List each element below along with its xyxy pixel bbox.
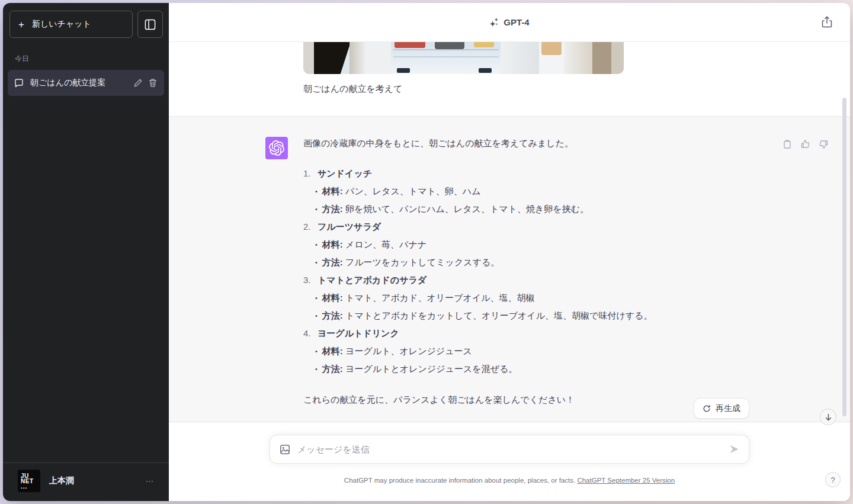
menu-item: 1. サンドイッチ • 材料: パン、レタス、トマト、卵、ハム • 方法: 卵を… — [303, 165, 767, 218]
photo-fragment — [611, 42, 624, 74]
model-selector[interactable]: GPT-4 — [489, 17, 529, 27]
delete-chat-icon[interactable] — [148, 78, 158, 88]
help-button[interactable]: ? — [825, 472, 841, 487]
sparkles-icon — [489, 17, 499, 27]
menu-item-bullets: • 材料: ヨーグルト、オレンジジュース • 方法: ヨーグルトとオレンジジュー… — [303, 342, 767, 378]
menu-item-bullets: • 材料: トマト、アボカド、オリーブオイル、塩、胡椒 • 方法: トマトとアボ… — [303, 289, 767, 325]
bullet-text-wrap: 材料: トマト、アボカド、オリーブオイル、塩、胡椒 — [322, 289, 535, 307]
chatgpt-avatar — [265, 137, 288, 159]
bullet-row: • 材料: パン、レタス、トマト、卵、ハム — [303, 182, 767, 200]
menu-item: 4. ヨーグルトドリンク • 材料: ヨーグルト、オレンジジュース • 方法: … — [303, 325, 767, 378]
bullet-row: • 材料: ヨーグルト、オレンジジュース — [303, 342, 767, 360]
attached-fridge-photo[interactable] — [303, 42, 624, 74]
user-menu-icon[interactable]: ⋯ — [146, 477, 161, 486]
bullet-label: 材料: — [322, 186, 345, 196]
photo-fragment — [393, 56, 499, 57]
photo-fragment — [501, 42, 539, 74]
bullet-row: • 材料: メロン、苺、バナナ — [303, 236, 767, 253]
bullet-label: 方法: — [322, 364, 345, 374]
menu-item-number: 3. — [303, 271, 313, 289]
composer-area: ChatGPT may produce inaccurate informati… — [169, 422, 850, 501]
bullet-text-wrap: 方法: 卵を焼いて、パンにハム、レタス、トマト、焼き卵を挟む。 — [322, 200, 589, 218]
menu-item: 2. フルーツサラダ • 材料: メロン、苺、バナナ • 方法: フルーツをカッ… — [303, 218, 767, 271]
bullet-dot-icon: • — [315, 360, 318, 378]
bullet-text: トマト、アボカド、オリーブオイル、塩、胡椒 — [345, 293, 535, 303]
vertical-scrollbar[interactable] — [842, 98, 846, 416]
share-icon[interactable] — [822, 16, 832, 28]
bullet-dot-icon: • — [315, 182, 318, 200]
bullet-text: パン、レタス、トマト、卵、ハム — [345, 186, 481, 196]
chat-item-title: 朝ごはんの献立提案 — [30, 78, 127, 88]
bullet-label: 方法: — [322, 257, 345, 267]
bullet-text: ヨーグルトとオレンジジュースを混ぜる。 — [345, 364, 517, 374]
bullet-dot-icon: • — [315, 342, 318, 360]
menu-list: 1. サンドイッチ • 材料: パン、レタス、トマト、卵、ハム • 方法: 卵を… — [303, 165, 767, 378]
photo-fragment — [393, 49, 499, 50]
send-icon[interactable] — [729, 444, 739, 454]
regenerate-button[interactable]: 再生成 — [694, 398, 749, 419]
sidebar-user-row[interactable]: JU NET ... 上本潤 ⋯ — [3, 463, 169, 501]
menu-item-title: トマトとアボカドのサラダ — [318, 271, 426, 289]
photo-fragment — [314, 42, 351, 74]
photo-fragment — [564, 42, 592, 74]
collapse-sidebar-button[interactable] — [137, 11, 163, 38]
message-actions — [783, 139, 829, 149]
sidebar: + 新しいチャット 今日 朝ごはんの献立提案 — [3, 3, 169, 501]
bullet-row: • 方法: ヨーグルトとオレンジジュースを混ぜる。 — [303, 360, 767, 378]
bullet-text-wrap: 方法: トマトとアボカドをカットして、オリーブオイル、塩、胡椒で味付けする。 — [322, 307, 653, 325]
photo-fragment — [397, 68, 410, 73]
menu-item-number: 1. — [303, 165, 313, 182]
copy-icon[interactable] — [783, 139, 792, 149]
bullet-dot-icon: • — [315, 200, 318, 218]
edit-chat-icon[interactable] — [133, 78, 143, 88]
attach-image-icon[interactable] — [280, 444, 290, 455]
photo-fragment — [479, 68, 492, 73]
user-name: 上本潤 — [49, 476, 137, 486]
bullet-text: トマトとアボカドをカットして、オリーブオイル、塩、胡椒で味付けする。 — [345, 310, 652, 320]
assistant-intro: 画像の冷蔵庫の中身をもとに、朝ごはんの献立を考えてみました。 — [303, 134, 767, 152]
photo-fragment — [541, 42, 562, 55]
bullet-label: 方法: — [322, 310, 345, 320]
bullet-label: 方法: — [322, 204, 345, 214]
plus-icon: + — [18, 20, 24, 30]
menu-item-title: ヨーグルトドリンク — [318, 325, 399, 342]
bullet-text-wrap: 方法: フルーツをカットしてミックスする。 — [322, 253, 499, 271]
new-chat-button[interactable]: + 新しいチャット — [9, 11, 133, 38]
chatgpt-window: + 新しいチャット 今日 朝ごはんの献立提案 — [3, 3, 850, 501]
menu-item: 3. トマトとアボカドのサラダ • 材料: トマト、アボカド、オリーブオイル、塩… — [303, 271, 767, 325]
menu-item-number: 2. — [303, 218, 313, 236]
version-link[interactable]: ChatGPT September 25 Version — [577, 477, 675, 484]
model-label: GPT-4 — [504, 17, 529, 27]
photo-fragment — [395, 42, 425, 48]
bullet-row: • 方法: フルーツをカットしてミックスする。 — [303, 253, 767, 271]
bullet-text-wrap: 材料: パン、レタス、トマト、卵、ハム — [322, 182, 481, 200]
avatar-line: ... — [21, 484, 40, 489]
bullet-text: メロン、苺、バナナ — [345, 239, 426, 249]
bullet-text: 卵を焼いて、パンにハム、レタス、トマト、焼き卵を挟む。 — [345, 204, 589, 214]
thumbs-down-icon[interactable] — [819, 139, 829, 149]
photo-fragment — [435, 42, 464, 49]
sidebar-item-chat[interactable]: 朝ごはんの献立提案 — [8, 70, 164, 96]
arrow-down-icon — [825, 413, 832, 421]
today-section-label: 今日 — [15, 54, 169, 64]
bullet-text-wrap: 材料: ヨーグルト、オレンジジュース — [322, 342, 472, 360]
bullet-text-wrap: 方法: ヨーグルトとオレンジジュースを混ぜる。 — [322, 360, 517, 378]
bullet-dot-icon: • — [315, 236, 318, 253]
message-input[interactable] — [297, 444, 722, 454]
assistant-content: 画像の冷蔵庫の中身をもとに、朝ごはんの献立を考えてみました。 1. サンドイッチ… — [303, 134, 767, 409]
bullet-text: フルーツをカットしてミックスする。 — [345, 257, 499, 267]
main-panel: GPT-4 — [169, 3, 850, 501]
menu-item-number: 4. — [303, 325, 313, 342]
user-avatar: JU NET ... — [18, 470, 40, 492]
assistant-message: 画像の冷蔵庫の中身をもとに、朝ごはんの献立を考えてみました。 1. サンドイッチ… — [169, 117, 850, 422]
message-composer — [270, 435, 749, 464]
thumbs-up-icon[interactable] — [800, 139, 810, 149]
bullet-text-wrap: 材料: メロン、苺、バナナ — [322, 236, 426, 253]
regenerate-icon — [703, 405, 711, 413]
bullet-label: 材料: — [322, 293, 345, 303]
main-header: GPT-4 — [169, 3, 850, 42]
photo-fragment — [474, 42, 494, 47]
bullet-dot-icon: • — [315, 307, 318, 325]
photo-fragment — [303, 42, 315, 74]
scroll-to-bottom-button[interactable] — [820, 409, 836, 425]
